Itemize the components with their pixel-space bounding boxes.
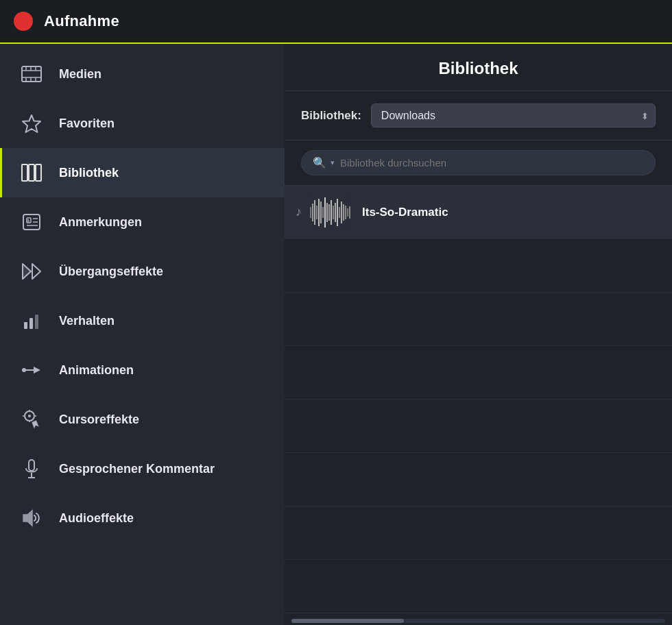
empty-row-7 — [285, 560, 672, 613]
svg-rect-52 — [337, 199, 338, 226]
sidebar-label-uebergangseffekte: Übergangseffekte — [59, 265, 163, 279]
empty-row-4 — [285, 400, 672, 453]
library-label: Bibliothek: — [301, 109, 361, 123]
search-dropdown-icon: ▾ — [331, 158, 335, 167]
sidebar-item-cursoreffekte[interactable]: Cursoreffekte — [0, 395, 285, 444]
svg-rect-34 — [29, 460, 34, 471]
record-button[interactable] — [14, 12, 33, 31]
content-title: Bibliothek — [285, 44, 672, 91]
svg-rect-47 — [326, 203, 328, 222]
sidebar-item-medien[interactable]: Medien — [0, 49, 285, 99]
svg-rect-49 — [331, 200, 332, 225]
empty-row-1 — [285, 239, 672, 293]
item-thumbnail — [309, 193, 352, 232]
svg-rect-46 — [324, 197, 326, 228]
scrollbar-track — [291, 619, 665, 623]
library-select-wrapper: Downloads Musik Dokumente Desktop ⬍ — [371, 103, 656, 127]
scrollbar[interactable] — [285, 617, 672, 625]
sidebar-item-favoriten[interactable]: Favoriten — [0, 99, 285, 148]
sidebar-label-gesprochener-kommentar: Gesprochener Kommentar — [59, 462, 215, 476]
sidebar-label-favoriten: Favoriten — [59, 117, 115, 131]
transition-icon — [16, 256, 47, 286]
sidebar-label-bibliothek: Bibliothek — [59, 166, 119, 180]
book-icon — [16, 158, 47, 188]
svg-rect-57 — [347, 208, 348, 217]
sidebar-label-medien: Medien — [59, 67, 101, 82]
svg-marker-9 — [23, 115, 40, 132]
svg-rect-42 — [316, 206, 317, 219]
svg-rect-39 — [310, 207, 311, 218]
sidebar: Medien Favoriten Bibliothek — [0, 44, 285, 625]
sidebar-label-anmerkungen: Anmerkungen — [59, 215, 142, 230]
empty-row-3 — [285, 346, 672, 400]
star-icon — [16, 108, 47, 138]
cursor-icon — [16, 404, 47, 434]
svg-rect-55 — [343, 204, 344, 221]
empty-row-5 — [285, 453, 672, 506]
svg-rect-11 — [29, 164, 34, 181]
svg-marker-37 — [23, 511, 32, 526]
main-layout: Medien Favoriten Bibliothek — [0, 44, 672, 625]
svg-rect-54 — [341, 201, 342, 223]
app-header: Aufnahme — [0, 0, 672, 44]
library-selector-row: Bibliothek: Downloads Musik Dokumente De… — [285, 91, 672, 140]
sidebar-item-animationen[interactable]: Animationen — [0, 345, 285, 395]
sidebar-label-cursoreffekte: Cursoreffekte — [59, 413, 139, 427]
svg-rect-56 — [345, 206, 346, 219]
sidebar-item-gesprochener-kommentar[interactable]: Gesprochener Kommentar — [0, 444, 285, 493]
sidebar-item-audioeffekte[interactable]: Audioeffekte — [0, 493, 285, 543]
app-title: Aufnahme — [44, 12, 119, 30]
sidebar-label-verhalten: Verhalten — [59, 314, 115, 328]
sidebar-item-uebergangseffekte[interactable]: Übergangseffekte — [0, 247, 285, 296]
svg-marker-26 — [34, 367, 40, 373]
search-bar[interactable]: 🔍 ▾ — [301, 150, 656, 175]
animation-icon — [16, 355, 47, 385]
svg-rect-58 — [349, 206, 350, 219]
library-list: ♪ — [285, 186, 672, 617]
svg-rect-22 — [29, 318, 33, 329]
behavior-icon — [16, 306, 47, 336]
svg-text:a: a — [27, 218, 29, 223]
svg-rect-44 — [320, 201, 322, 223]
library-item-name: Its-So-Dramatic — [362, 206, 448, 219]
svg-marker-20 — [32, 264, 40, 279]
svg-rect-43 — [318, 199, 320, 226]
svg-point-28 — [28, 415, 31, 417]
film-icon — [16, 59, 47, 89]
svg-rect-0 — [22, 66, 41, 82]
svg-rect-21 — [24, 322, 27, 329]
svg-rect-41 — [314, 200, 315, 225]
music-note-icon: ♪ — [296, 205, 302, 219]
svg-rect-53 — [339, 207, 340, 218]
sidebar-item-anmerkungen[interactable]: a Anmerkungen — [0, 197, 285, 247]
search-input[interactable] — [340, 157, 644, 169]
annot-icon: a — [16, 207, 47, 237]
svg-rect-50 — [333, 206, 334, 219]
scrollbar-thumb[interactable] — [291, 619, 404, 623]
sidebar-item-bibliothek[interactable]: Bibliothek — [0, 148, 285, 197]
svg-marker-19 — [23, 264, 31, 279]
library-select[interactable]: Downloads Musik Dokumente Desktop — [371, 103, 656, 127]
search-row: 🔍 ▾ — [285, 140, 672, 186]
svg-rect-51 — [335, 203, 336, 222]
library-item-its-so-dramatic[interactable]: ♪ — [285, 186, 672, 239]
sidebar-item-verhalten[interactable]: Verhalten — [0, 296, 285, 345]
svg-rect-48 — [328, 204, 330, 221]
svg-point-24 — [22, 368, 26, 372]
svg-rect-45 — [322, 207, 324, 218]
empty-row-2 — [285, 293, 672, 346]
svg-marker-33 — [32, 420, 39, 429]
empty-row-6 — [285, 506, 672, 560]
sidebar-label-audioeffekte: Audioeffekte — [59, 511, 134, 526]
sidebar-label-animationen: Animationen — [59, 363, 134, 378]
svg-rect-12 — [36, 164, 41, 181]
voice-icon — [16, 454, 47, 484]
content-panel: Bibliothek Bibliothek: Downloads Musik D… — [285, 44, 672, 625]
search-icon: 🔍 — [313, 156, 326, 169]
svg-rect-23 — [35, 315, 38, 329]
svg-rect-40 — [312, 204, 313, 221]
svg-rect-10 — [22, 164, 27, 181]
audio-icon — [16, 503, 47, 533]
